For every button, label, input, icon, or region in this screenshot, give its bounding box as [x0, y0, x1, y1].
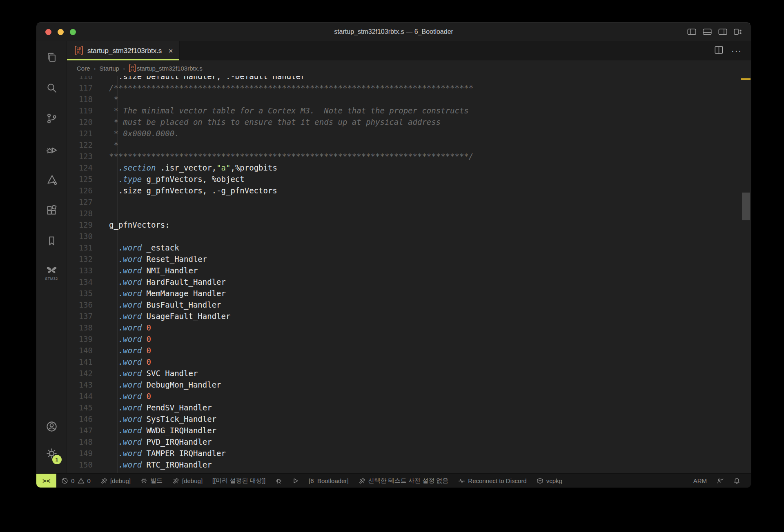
editor[interactable]: 116 .size Default_Handler, .-Default_Han…: [67, 76, 751, 473]
line-number: 123: [67, 151, 101, 162]
scrollbar-thumb[interactable]: [742, 193, 750, 220]
code-line: 134 .word HardFault_Handler: [67, 276, 751, 288]
status-text: 0: [87, 477, 91, 484]
bell-icon: [733, 477, 740, 484]
status-text: [debug]: [182, 477, 203, 484]
status-text: ><: [42, 477, 50, 485]
status-language-mode[interactable]: ARM: [688, 474, 712, 488]
activity-bar-item-source-control[interactable]: [36, 104, 67, 135]
activity-bar-item-search[interactable]: [36, 73, 67, 104]
status-cmake-build[interactable]: 빌드: [136, 474, 167, 488]
code-line: 143 .word DebugMon_Handler: [67, 379, 751, 390]
bookmark-icon: [45, 235, 58, 249]
titlebar: startup_stm32f103rbtx.s — 6_Bootloader: [36, 23, 751, 41]
activity-bar-item-accounts[interactable]: [36, 414, 67, 441]
tab-bar: 1001 startup_stm32f103rbtx.s × ···: [67, 41, 751, 60]
code-line: 138 .word 0: [67, 322, 751, 333]
line-number: 119: [67, 105, 101, 116]
code-line: 133 .word NMI_Handler: [67, 265, 751, 276]
layout-sidebar-right-icon[interactable]: [718, 27, 727, 36]
activity-bar-item-stm32[interactable]: STM32: [36, 257, 67, 288]
line-number: 117: [67, 82, 101, 93]
status-debug-target[interactable]: [270, 474, 287, 488]
status-launch-target[interactable]: [287, 474, 304, 488]
line-number: 145: [67, 402, 101, 413]
layout-sidebar-left-icon[interactable]: [687, 27, 696, 36]
line-number: 137: [67, 310, 101, 322]
status-active-project[interactable]: [6_Bootloader]: [304, 474, 354, 488]
code-line: 147 .word WWDG_IRQHandler: [67, 425, 751, 436]
status-text: 0: [71, 477, 74, 484]
line-number: 125: [67, 173, 101, 185]
zoom-window-button[interactable]: [70, 29, 76, 35]
minimize-window-button[interactable]: [58, 29, 64, 35]
code-line: 148 .word PVD_IRQHandler: [67, 436, 751, 448]
activity-bar-item-bookmarks[interactable]: [36, 226, 67, 257]
layout-panel-icon[interactable]: [703, 27, 712, 36]
line-number: 148: [67, 436, 101, 448]
breadcrumb-separator-icon: ›: [94, 65, 96, 72]
line-number: 130: [67, 231, 101, 242]
status-remote-indicator[interactable]: ><: [36, 474, 56, 488]
status-cmake-debug-2[interactable]: [debug]: [167, 474, 207, 488]
source-control-icon: [45, 112, 58, 126]
search-icon: [45, 82, 58, 96]
split-editor-icon[interactable]: [715, 46, 723, 56]
code-line: 145 .word PendSV_Handler: [67, 402, 751, 413]
tools-icon: [172, 477, 179, 484]
status-cmake-preset-target[interactable]: [[미리 설정된 대상]]: [207, 474, 270, 488]
status-text: [[미리 설정된 대상]]: [212, 477, 265, 485]
binary-file-icon: 1001: [74, 45, 83, 57]
status-text: Reconnect to Discord: [468, 477, 526, 484]
code-line: 129g_pfnVectors:: [67, 219, 751, 231]
line-number: 147: [67, 425, 101, 436]
tab-startup-stm32f103rbtx[interactable]: 1001 startup_stm32f103rbtx.s ×: [67, 41, 180, 60]
code-line: 125 .type g_pfnVectors, %object: [67, 173, 751, 185]
window-title: startup_stm32f103rbtx.s — 6_Bootloader: [36, 28, 751, 35]
activity-bar-item-explorer[interactable]: [36, 43, 67, 73]
code-line: 118 *: [67, 93, 751, 105]
breadcrumb-item[interactable]: 1001startup_stm32f103rbtx.s: [129, 64, 203, 72]
breadcrumb-item[interactable]: Core: [77, 65, 90, 72]
line-number: 116: [67, 76, 101, 82]
code-line: 117/************************************…: [67, 82, 751, 93]
line-number: 126: [67, 185, 101, 196]
status-cmake-debug-1[interactable]: [debug]: [96, 474, 136, 488]
activity-bar-item-run-debug[interactable]: [36, 135, 67, 165]
line-number: 135: [67, 288, 101, 299]
status-text: [debug]: [110, 477, 131, 484]
activity-bar-item-extensions[interactable]: [36, 196, 67, 226]
settings-badge: 1: [52, 455, 62, 464]
layout-customize-icon[interactable]: [734, 27, 743, 36]
status-feedback[interactable]: [712, 474, 728, 488]
line-number: 139: [67, 333, 101, 345]
status-test-preset[interactable]: 선택한 테스트 사전 설정 없음: [354, 474, 454, 488]
status-problems[interactable]: 00: [56, 474, 96, 488]
warning-icon: [78, 477, 85, 484]
code-line: 116 .size Default_Handler, .-Default_Han…: [67, 76, 751, 82]
tab-close-icon[interactable]: ×: [168, 47, 173, 55]
breadcrumb-item[interactable]: Startup: [100, 65, 119, 72]
status-notifications[interactable]: [728, 474, 745, 488]
code-line: 124 .section .isr_vector,"a",%progbits: [67, 162, 751, 173]
line-number: 136: [67, 299, 101, 310]
activity-bar-item-settings[interactable]: 1: [36, 441, 67, 468]
code-line: 130: [67, 231, 751, 242]
code-line: 135 .word MemManage_Handler: [67, 288, 751, 299]
line-number: 133: [67, 265, 101, 276]
tab-label: startup_stm32f103rbtx.s: [87, 47, 162, 55]
status-discord[interactable]: Reconnect to Discord: [453, 474, 531, 488]
code-line: 150 .word RTC_IRQHandler: [67, 459, 751, 470]
code-line: 149 .word TAMPER_IRQHandler: [67, 448, 751, 459]
close-window-button[interactable]: [45, 29, 51, 35]
code-line: 144 .word 0: [67, 390, 751, 402]
vscode-window: startup_stm32f103rbtx.s — 6_Bootloader S…: [36, 22, 751, 488]
more-actions-icon[interactable]: ···: [731, 46, 742, 55]
files-icon: [45, 51, 58, 65]
code-line: 127: [67, 196, 751, 208]
activity-bar-item-cmake[interactable]: [36, 165, 67, 196]
status-vcpkg[interactable]: vcpkg: [532, 474, 567, 488]
gear-icon: 1: [45, 447, 58, 461]
line-number: 128: [67, 208, 101, 219]
play-icon: [292, 477, 299, 484]
